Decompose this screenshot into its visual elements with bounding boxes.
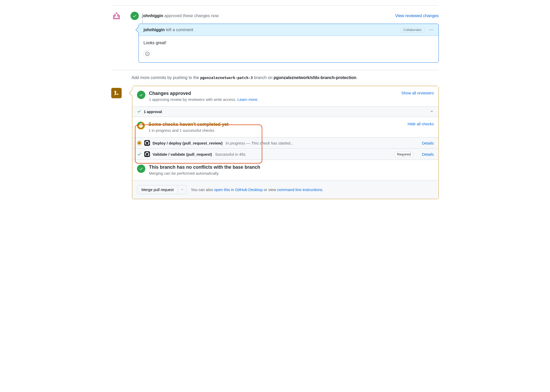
check-row-validate: Validate / validate (pull_request) Succe… [132,149,438,160]
check-row-deploy: Deploy / deploy (pull_request_review) In… [132,138,438,149]
comment-menu-button[interactable]: ··· [429,28,434,32]
check-details-link[interactable]: Details [422,152,434,156]
review-comment-header: johnhiggin left a comment Collaborator ·… [139,24,438,36]
merge-dropdown-button[interactable] [178,185,187,194]
merge-status-icon [111,88,122,98]
show-all-reviewers-link[interactable]: Show all reviewers [401,91,434,95]
chevron-down-icon [430,109,434,114]
success-icon [137,152,142,156]
approved-icon [137,91,145,99]
branch-name: pgonzaleznetwork-patch-3 [200,76,253,80]
reviewer-username[interactable]: johnhiggin [142,14,163,18]
repo-name: pgonzaleznetwork/sfdx-branch-protection [273,75,356,80]
learn-more-link[interactable]: Learn more. [237,97,258,102]
review-action-text: approved these changes [164,14,210,18]
review-header: johnhiggin approved these changes now Vi… [111,11,439,21]
changes-approved-section: Changes approved 1 approving review by r… [132,86,438,107]
comment-body: Looks great! [143,41,434,45]
check-meta: Successful in 49s [215,152,245,156]
comment-header-text: left a comment [166,28,193,32]
command-line-instructions-link[interactable]: command line instructions [277,187,322,192]
push-hint: Add more commits by pushing to the pgonz… [132,75,439,80]
approved-subtitle: 1 approving review by reviewers with wri… [149,97,237,102]
check-details-link[interactable]: Details [422,141,434,145]
merge-footer: Merge pull request You can also open thi… [132,180,438,199]
no-conflicts-subtitle: Merging can be performed automatically. [149,171,434,175]
approved-title: Changes approved [149,91,401,96]
reviewer-avatar[interactable] [111,11,122,21]
open-in-desktop-link[interactable]: open this in GitHub Desktop [214,187,263,192]
check-name: Deploy / deploy (pull_request_review) [153,141,222,145]
success-icon [137,165,145,173]
check-icon [137,109,141,114]
github-actions-icon [144,140,150,146]
no-conflicts-title: This branch has no conflicts with the ba… [149,165,434,170]
check-name: Validate / validate (pull_request) [153,152,212,156]
approval-summary-row[interactable]: 1 approval [132,107,438,117]
checks-title: Some checks haven't completed yet [148,122,408,127]
checks-section-header: Some checks haven't completed yet 1 in p… [132,117,438,138]
comment-username[interactable]: johnhiggin [143,28,165,32]
approval-count-text: 1 approval [144,110,162,114]
check-meta: In progress — This check has started... [226,141,293,145]
no-conflicts-section: This branch has no conflicts with the ba… [132,160,438,180]
required-badge: Required [394,152,414,157]
checks-donut-icon [137,122,145,129]
merge-pull-request-button[interactable]: Merge pull request [137,185,178,194]
checks-subtitle: 1 in progress and 1 successful checks [148,128,408,133]
add-reaction-button[interactable] [143,50,151,58]
review-when[interactable]: now [211,14,219,18]
hide-all-checks-link[interactable]: Hide all checks [408,122,434,126]
review-comment-box: johnhiggin left a comment Collaborator ·… [139,24,439,63]
github-actions-icon [144,151,150,157]
role-badge: Collaborator [400,27,425,32]
view-reviewed-changes-link[interactable]: View reviewed changes [395,14,439,18]
pending-icon [137,141,142,145]
merge-status-box: Changes approved 1 approving review by r… [132,86,439,199]
approved-check-icon [130,12,139,20]
